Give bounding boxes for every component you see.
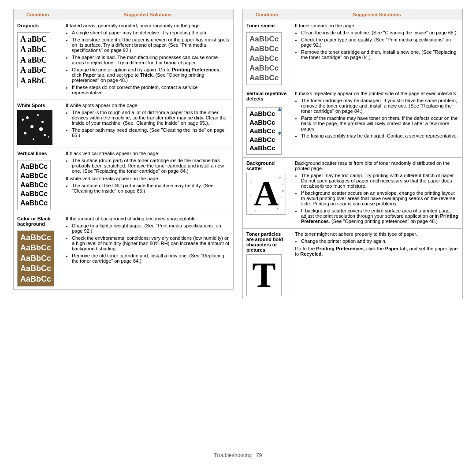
condition-label: Vertical lines [17,151,58,156]
dropout-sample: A aBbCA aBbCA aBbCA aBbCA aBbC [17,32,50,88]
solution-mid: If white vertical streaks appear on the … [66,176,230,181]
left-table-container: Condition Suggested Solutions Dropouts A… [13,9,234,443]
svg-point-2 [282,190,284,192]
toner-smear-sample: AaBbCcAaBbCcAaBbCcAaBbCcAaBbCc [246,32,282,85]
vertical-lines-sample: AaBbCcAaBbCcAaBbCcAaBbCcAaBbCc [17,160,51,210]
list-item: The surface of the LSU part inside the m… [72,183,230,193]
condition-label: Vertical repetitive defects [246,91,287,101]
list-item: The paper is too rough and a lot of dirt… [72,110,230,126]
solution-list: Change the printer option and try again. [295,238,459,244]
list-item: The paper lot is bad. The manufacturing … [72,55,230,65]
list-item: If these steps do not correct the proble… [72,85,230,95]
color-background-sample: AaBbCcAaBbCcAaBbCcAaBbCcAaBbCc [17,231,54,286]
table-row: Toner smear AaBbCcAaBbCcAaBbCcAaBbCcAaBb… [243,20,463,88]
condition-white-spots: White Spots [14,100,62,148]
table-row: White Spots [14,100,234,148]
condition-color-background: Color or Black background AaBbCcAaBbCcAa… [14,213,62,289]
condition-toner-smear: Toner smear AaBbCcAaBbCcAaBbCcAaBbCcAaBb… [243,20,291,88]
svg-point-1 [282,183,283,185]
left-table: Condition Suggested Solutions Dropouts A… [13,9,234,290]
table-row: Vertical repetitive defects AaBbCcAaBbCc… [243,88,463,158]
list-item: If background scatter occurs on an envel… [301,190,459,206]
dropout-text: A aBbCA aBbCA aBbCA aBbCA aBbC [20,34,47,86]
list-item: Check the environmental conditions: very… [72,235,230,251]
condition-label: White Spots [17,103,58,108]
condition-toner-particles: Toner particles are around bold characte… [243,228,291,299]
solution-extra: Go to the Printing Preferences, click th… [295,246,459,257]
list-item: Change to a lighter weight paper. (See "… [72,223,230,234]
page-footer: Troubleshooting_ 79 [13,452,463,458]
arrow-up-icon: ▲ [277,105,283,112]
svg-point-8 [277,208,279,209]
condition-label: Toner particles are around bold characte… [246,231,287,253]
solution-intro: If toner smears on the page: [295,23,459,28]
table-row: Toner particles are around bold characte… [243,228,463,299]
toner-t-letter: T [252,257,275,293]
solution-list: Change to a lighter weight paper. (See "… [66,223,230,264]
left-col1-header: Condition [14,9,62,20]
table-row: Dropouts A aBbCA aBbCA aBbCA aBbCA aBbC … [14,20,234,100]
list-item: The fusing assembly may be damaged. Cont… [301,133,459,138]
solution-dropouts: If faded areas, generally rounded, occur… [62,20,234,100]
solution-intro: The toner might not adhere properly to t… [295,231,459,237]
solution-list: The paper is too rough and a lot of dirt… [66,110,230,138]
solution-vertical-lines: If black vertical streaks appear on the … [62,148,234,213]
scatter-dots [247,173,286,215]
list-item: The toner cartridge may be damaged. If y… [301,98,459,114]
condition-dropouts: Dropouts A aBbCA aBbCA aBbCA aBbCA aBbC [14,20,62,100]
solution-color-background: If the amount of background shading beco… [62,213,234,289]
toner-particles-image: T [246,254,282,296]
solution-list: Clean the inside of the machine. (See "C… [295,30,459,60]
list-item: The paper path may need cleaning. (See "… [72,127,230,138]
condition-label: Dropouts [17,23,58,28]
footer-text: Troubleshooting_ 79 [214,452,262,458]
list-item: Change the printer option and try again.… [72,67,230,83]
list-item: Remove the toner cartridge and then, ins… [301,49,459,60]
solution-list-2: The surface of the LSU part inside the m… [66,183,230,193]
color-bg-text: AaBbCcAaBbCcAaBbCcAaBbCcAaBbCc [20,233,51,284]
page: Condition Suggested Solutions Dropouts A… [0,0,476,476]
svg-point-9 [255,210,257,211]
svg-point-0 [279,177,281,178]
condition-label: Toner smear [246,23,287,28]
solution-list: The surface (drum part) of the toner car… [66,158,230,174]
solution-list: The paper may be too damp. Try printing … [295,173,459,224]
vertical-text: AaBbCcAaBbCcAaBbCcAaBbCcAaBbCc [20,162,48,208]
list-item: If background scatter covers the entire … [301,208,459,224]
svg-point-5 [284,179,285,180]
list-item: Clean the inside of the machine. (See "C… [301,30,459,35]
arrow-down-icon: ▼ [277,130,283,137]
toner-smear-text: AaBbCcAaBbCcAaBbCcAaBbCcAaBbCc [249,34,279,83]
solution-white-spots: If white spots appear on the page: The p… [62,100,234,148]
vert-rep-text: AaBbCcAaBbCcAaBbCcAaBbCcAaBbCc [249,109,275,152]
solution-intro: If the amount of background shading beco… [66,216,230,221]
svg-point-7 [250,194,251,196]
table-row: Background scatter A [243,157,463,228]
list-item: The paper may be too damp. Try printing … [301,173,459,189]
solution-intro: Background scatter results from bits of … [295,160,459,171]
svg-point-6 [251,181,252,182]
left-col2-header: Suggested Solutions [62,9,234,20]
tables-container: Condition Suggested Solutions Dropouts A… [13,9,463,443]
condition-vertical-lines: Vertical lines AaBbCcAaBbCcAaBbCcAaBbCcA… [14,148,62,213]
vert-rep-container: AaBbCcAaBbCcAaBbCcAaBbCcAaBbCc ▲ ▼ [246,104,282,155]
right-table-container: Condition Suggested Solutions Toner smea… [242,9,463,443]
solution-list: A single sheet of paper may be defective… [66,30,230,95]
white-spots-image [17,110,52,145]
solution-background-scatter: Background scatter results from bits of … [291,157,463,228]
right-col2-header: Suggested Solutions [291,9,463,20]
solution-toner-particles: The toner might not adhere properly to t… [291,228,463,299]
svg-point-4 [278,203,279,205]
list-item: The surface (drum part) of the toner car… [72,158,230,174]
condition-label: Color or Black background [17,216,58,227]
list-item: Parts of the machine may have toner on t… [301,115,459,131]
solution-toner-smear: If toner smears on the page: Clean the i… [291,20,463,88]
condition-vert-rep: Vertical repetitive defects AaBbCcAaBbCc… [243,88,291,158]
condition-label: Background scatter [246,160,287,171]
solution-list: The toner cartridge may be damaged. If y… [295,98,459,138]
table-row: Color or Black background AaBbCcAaBbCcAa… [14,213,234,289]
list-item: A single sheet of paper may be defective… [72,30,230,35]
right-table: Condition Suggested Solutions Toner smea… [242,9,463,299]
background-scatter-image: A [246,173,286,215]
svg-point-3 [281,197,282,198]
